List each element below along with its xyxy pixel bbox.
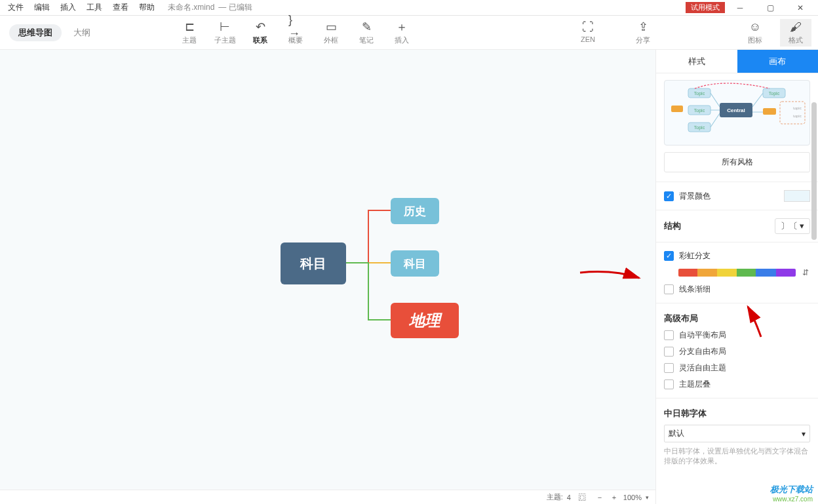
flex-topic-label: 灵活自由主题 <box>679 362 726 374</box>
zoom-in[interactable]: + <box>609 492 619 503</box>
canvas-area[interactable]: 科目 历史 科目 地理 <box>0 50 655 490</box>
topics-count: 4 <box>567 494 571 501</box>
rainbow-bar[interactable] <box>678 269 796 277</box>
svg-text:topic: topic <box>793 114 802 118</box>
title-status: — 已编辑 <box>218 2 252 13</box>
zen-icon: ⛶ <box>581 20 595 34</box>
bg-color-checkbox[interactable] <box>664 191 674 201</box>
svg-text:Topic: Topic <box>769 91 780 96</box>
subtopic-icon: ⊢ <box>218 20 232 34</box>
brush-icon: 🖌 <box>790 20 802 34</box>
structure-select[interactable]: 〕〔 ▾ <box>775 218 810 234</box>
free-branch-label: 分支自由布局 <box>679 346 726 357</box>
window-minimize[interactable]: ─ <box>725 0 755 16</box>
tool-share[interactable]: ⇪分享 <box>625 18 661 47</box>
window-maximize[interactable]: ▢ <box>755 0 785 16</box>
window-close[interactable]: ✕ <box>785 0 815 16</box>
menu-insert[interactable]: 插入 <box>55 1 81 14</box>
line-taper-checkbox[interactable] <box>664 284 674 294</box>
tool-note[interactable]: ✎笔记 <box>349 18 384 47</box>
title-filename: 未命名.xmind <box>168 2 214 13</box>
tool-zen[interactable]: ⛶ZEN <box>570 18 606 45</box>
overlap-checkbox[interactable] <box>664 379 674 389</box>
minimap-icon[interactable]: ⿴ <box>577 492 588 503</box>
node-child-3[interactable]: 地理 <box>391 303 459 338</box>
rainbow-checkbox[interactable] <box>664 251 674 261</box>
node-child-1[interactable]: 历史 <box>391 198 439 224</box>
panel-tab-canvas[interactable]: 画布 <box>737 50 819 73</box>
line-taper-label: 线条渐细 <box>679 284 711 295</box>
svg-text:Topic: Topic <box>694 91 705 96</box>
tool-format[interactable]: 🖌格式 <box>780 19 811 47</box>
node-center[interactable]: 科目 <box>281 242 346 284</box>
tool-subtopic[interactable]: ⊢子主题 <box>207 18 243 47</box>
svg-rect-11 <box>763 108 776 115</box>
structure-label: 结构 <box>664 220 681 232</box>
style-preview[interactable]: Topic Topic Topic Central Topic topic to… <box>664 80 810 145</box>
smiley-icon: ☺ <box>749 20 761 34</box>
tool-boundary[interactable]: ▭外框 <box>313 18 349 47</box>
rainbow-label: 彩虹分支 <box>679 250 711 262</box>
svg-text:Topic: Topic <box>694 125 705 130</box>
insert-icon: ＋ <box>395 20 409 34</box>
bg-color-swatch[interactable] <box>784 190 810 202</box>
tool-summary[interactable]: }→概要 <box>278 18 313 47</box>
rainbow-cycle[interactable]: ⇵ <box>801 268 810 277</box>
titlebar: 文件 编辑 插入 工具 查看 帮助 未命名.xmind — 已编辑 试用模式 ─… <box>0 0 818 16</box>
menu-file[interactable]: 文件 <box>3 1 29 14</box>
svg-rect-0 <box>671 106 683 112</box>
menu-edit[interactable]: 编辑 <box>29 1 55 14</box>
overlap-label: 主题层叠 <box>679 379 711 390</box>
adv-layout-title: 高级布局 <box>664 313 810 324</box>
svg-text:topic: topic <box>793 106 802 110</box>
side-panel: 样式 画布 Topic Topic Topic Central Topic to… <box>655 50 818 504</box>
zoom-dropdown-icon[interactable]: ▾ <box>646 494 649 501</box>
tool-icon[interactable]: ☺图标 <box>739 19 771 47</box>
toolbar: 思维导图 大纲 ⊏主题 ⊢子主题 ↶联系 }→概要 ▭外框 ✎笔记 ＋插入 ⛶Z… <box>0 16 818 50</box>
panel-scrollbar[interactable] <box>811 102 817 240</box>
cjk-font-title: 中日韩字体 <box>664 408 810 419</box>
menu-tools[interactable]: 工具 <box>81 1 107 14</box>
svg-text:Central: Central <box>727 107 745 113</box>
auto-balance-checkbox[interactable] <box>664 330 674 340</box>
menu-help[interactable]: 帮助 <box>134 1 160 14</box>
zoom-out[interactable]: − <box>594 492 605 503</box>
node-child-2[interactable]: 科目 <box>391 250 439 277</box>
boundary-icon: ▭ <box>324 20 338 34</box>
menu-view[interactable]: 查看 <box>107 1 134 14</box>
statusbar: 主题: 4 ⿴ − + 100% ▾ <box>0 490 655 504</box>
summary-icon: }→ <box>288 20 303 34</box>
note-icon: ✎ <box>359 20 374 34</box>
topics-label: 主题: <box>547 492 563 502</box>
cjk-font-desc: 中日韩字体，设置后单独优化与西文字体混合排版的字体效果。 <box>664 446 810 467</box>
zoom-level[interactable]: 100% <box>623 494 642 501</box>
all-styles-button[interactable]: 所有风格 <box>664 152 810 172</box>
free-branch-checkbox[interactable] <box>664 347 674 357</box>
panel-tab-style[interactable]: 样式 <box>656 50 737 73</box>
tool-insert[interactable]: ＋插入 <box>384 18 419 47</box>
auto-balance-label: 自动平衡布局 <box>679 330 726 341</box>
topic-icon: ⊏ <box>182 20 197 34</box>
flex-topic-checkbox[interactable] <box>664 363 674 373</box>
tool-topic[interactable]: ⊏主题 <box>172 18 207 47</box>
trial-badge: 试用模式 <box>686 2 725 13</box>
svg-text:Topic: Topic <box>694 108 705 113</box>
view-mindmap[interactable]: 思维导图 <box>9 24 62 41</box>
view-outline[interactable]: 大纲 <box>64 24 100 41</box>
svg-rect-12 <box>780 102 805 124</box>
tool-relationship[interactable]: ↶联系 <box>243 18 278 47</box>
bg-color-label: 背景颜色 <box>679 191 711 202</box>
relationship-icon: ↶ <box>253 20 267 34</box>
share-icon: ⇪ <box>636 20 650 34</box>
cjk-font-select[interactable]: 默认▾ <box>664 425 810 442</box>
